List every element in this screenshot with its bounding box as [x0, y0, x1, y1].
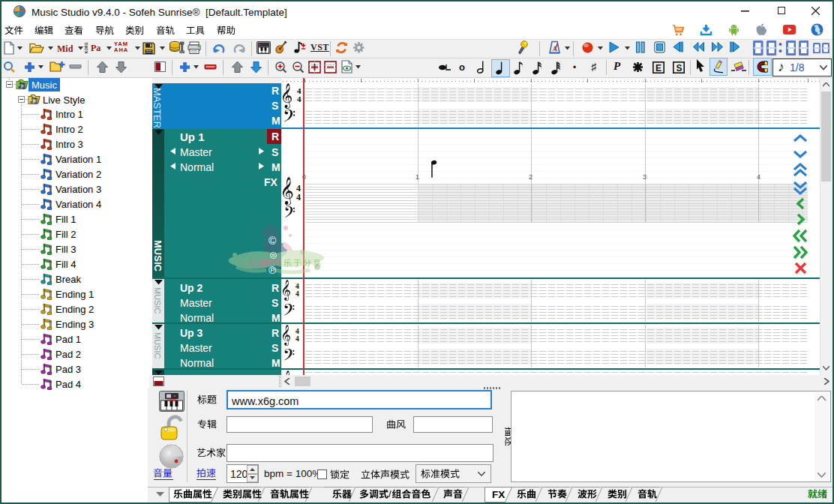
- svg-text:/: /: [388, 488, 392, 500]
